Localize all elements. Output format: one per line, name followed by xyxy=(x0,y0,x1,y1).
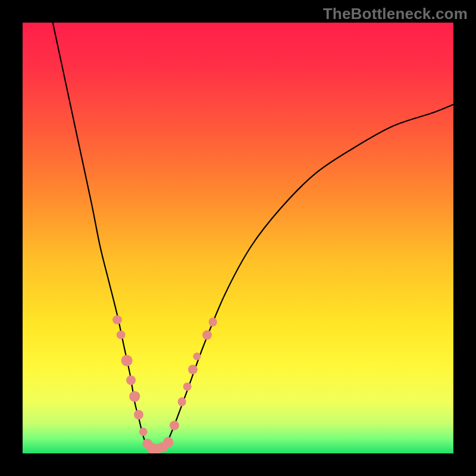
scatter-point xyxy=(134,410,144,419)
scatter-point xyxy=(112,315,122,325)
scatter-point xyxy=(117,331,125,339)
plot-area xyxy=(23,23,453,453)
scatter-point xyxy=(130,392,140,402)
scatter-point xyxy=(188,365,198,374)
scatter-point xyxy=(139,428,147,436)
scatter-point xyxy=(193,353,201,361)
scatter-points-layer xyxy=(23,23,453,453)
watermark-text: TheBottleneck.com xyxy=(323,5,468,23)
scatter-point xyxy=(178,397,186,406)
scatter-point xyxy=(163,437,173,447)
scatter-point xyxy=(183,383,191,391)
scatter-point xyxy=(209,318,217,326)
scatter-point xyxy=(170,421,179,430)
chart-container: TheBottleneck.com xyxy=(0,0,476,476)
scatter-point xyxy=(126,375,136,385)
scatter-point xyxy=(202,330,212,340)
scatter-point xyxy=(121,355,133,367)
